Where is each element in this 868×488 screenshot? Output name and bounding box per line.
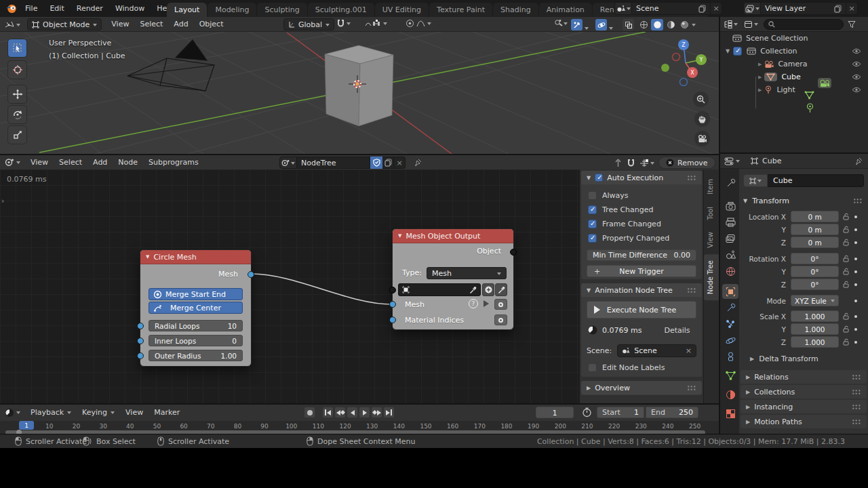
inner-loops-input-socket[interactable] [137,338,144,344]
snap-target-controls[interactable] [364,19,387,28]
animation-node-tree-panel-header[interactable]: ▼ Animation Node Tree [581,283,702,297]
pan-hand-button[interactable] [694,111,710,127]
workspace-tab[interactable]: Sculpting.001 [308,3,374,17]
keying-menu[interactable]: Keying [77,405,120,420]
zoom-button[interactable] [693,92,709,107]
lock-icon[interactable] [843,255,850,262]
unlink-scene-icon[interactable]: × [711,2,722,15]
transform-value-field[interactable]: 0 m [791,211,839,222]
mesh-input-socket[interactable] [389,301,396,308]
properties-tab-constraints[interactable] [722,349,738,364]
wireframe-shading-button[interactable] [637,19,650,30]
outliner-row-camera[interactable]: ▶ Camera [720,58,868,70]
light-data-badge-icon[interactable] [806,103,814,113]
copy-node-tree-icon[interactable] [382,157,394,169]
option-checkbox[interactable] [588,220,597,228]
properties-tab-render[interactable] [722,199,738,214]
collapse-node-icon[interactable]: ▼ [146,254,149,260]
cube-visibility-eye-icon[interactable] [852,74,861,80]
animate-dot[interactable] [854,283,857,286]
panel-drag-dots[interactable] [852,374,861,380]
animate-dot[interactable] [854,228,857,231]
circle-mesh-node-header[interactable]: ▼ Circle Mesh [140,250,251,264]
option-checkbox[interactable] [588,205,597,214]
outliner-row-cube[interactable]: ▶ Cube [720,70,868,83]
use-preview-range-icon[interactable] [582,407,592,418]
cursor-tool[interactable] [7,60,27,79]
node-editor-menu-item[interactable]: Add [87,155,113,170]
execution-option-row[interactable]: Tree Changed [581,203,702,217]
node-editor-type-button[interactable] [0,158,25,167]
outliner-filter-icon[interactable] [848,20,856,28]
sidebar-tab[interactable]: Tool [704,201,719,226]
object-input-socket[interactable] [389,287,396,293]
collapsed-panel-header[interactable]: ▶ Collections [741,385,867,399]
mesh-output-socket[interactable] [248,271,254,278]
viewport-menu-item[interactable]: View [106,17,134,32]
properties-editor-type-button[interactable] [720,157,744,165]
node-editor-menu-item[interactable]: View [25,155,54,170]
auto-execution-checkbox[interactable] [595,174,603,182]
auto-keying-button[interactable] [304,407,315,418]
panel-drag-dots[interactable] [852,389,861,394]
editor-type-button[interactable] [0,20,25,29]
animate-dot[interactable] [854,300,857,302]
lock-icon[interactable] [843,239,850,246]
topbar-menu-item[interactable]: Edit [43,0,70,17]
rotate-tool[interactable] [7,105,27,124]
frame-start-field[interactable]: Start 1 [597,407,644,418]
scene-icon[interactable] [614,2,632,15]
edit-node-labels-checkbox[interactable] [588,363,597,372]
topbar-menu-item[interactable]: Window [109,0,151,17]
snapping-controls[interactable] [336,19,351,28]
remove-view-layer-icon[interactable]: × [846,2,858,15]
camera-visibility-eye-icon[interactable] [852,61,861,67]
collection-visibility-eye-icon[interactable] [852,48,861,54]
panel-drag-dots[interactable] [687,175,696,180]
object-id-field[interactable] [398,283,481,296]
viewport-menu-item[interactable]: Select [134,17,168,32]
execute-node-tree-button[interactable]: Execute Node Tree [587,301,696,319]
rendered-shading-button[interactable] [678,19,690,30]
object-output-socket[interactable] [510,249,517,256]
workspace-tab[interactable]: Layout [167,3,207,17]
animate-dot[interactable] [854,328,857,331]
panel-collapse-icon[interactable]: ▼ [587,175,591,181]
collapsed-panel-header[interactable]: ▶ Motion Paths [741,415,867,428]
merge-start-end-button[interactable]: Merge Start End [149,288,243,300]
show-overlays-toggle[interactable] [595,19,607,30]
light-visibility-eye-icon[interactable] [852,87,861,93]
sidebar-tab[interactable]: Node Tree [704,254,719,300]
jump-to-end-button[interactable] [383,407,395,418]
properties-tab-particles[interactable] [722,317,738,331]
mesh-info-icon[interactable]: ? [469,299,478,308]
play-button[interactable] [359,407,370,418]
panel-expand-icon[interactable]: ▶ [587,385,591,391]
panel-drag-dots[interactable] [687,287,696,293]
option-checkbox[interactable] [588,191,597,200]
mode-dropdown[interactable]: Object Mode [27,18,102,30]
node-value-field[interactable]: Radial Loops 10 [149,320,243,331]
properties-tab-physics[interactable] [722,333,738,348]
lock-icon[interactable] [843,213,850,220]
mesh-expand-icon[interactable] [484,300,492,307]
jump-to-start-button[interactable] [322,407,334,418]
outliner-row-light[interactable]: ▶ Light [720,83,868,96]
viewport-menu-item[interactable]: Add [168,17,193,32]
transform-value-field[interactable]: 1.000 [791,310,839,322]
camera-data-badge-icon[interactable] [817,77,832,89]
mesh-operation-button[interactable] [494,299,507,310]
collapsed-panel-header[interactable]: ▶ Relations [741,370,867,384]
next-keyframe-button[interactable] [371,407,382,418]
view-layer-icon[interactable] [743,2,761,15]
blender-logo-icon[interactable] [5,3,17,14]
new-view-layer-icon[interactable] [834,5,842,13]
transform-panel-header[interactable]: ▼ Transform [743,195,864,207]
material-indices-input-socket[interactable] [389,317,396,323]
shading-dropdown-chevron[interactable] [692,24,696,28]
topbar-menu-item[interactable]: File [19,0,43,17]
panel-drag-dots[interactable] [852,419,861,424]
timeline-marker-menu[interactable]: Marker [149,405,185,420]
node-editor-menu-item[interactable]: Node [113,155,143,170]
properties-tab-scene[interactable] [722,247,738,262]
